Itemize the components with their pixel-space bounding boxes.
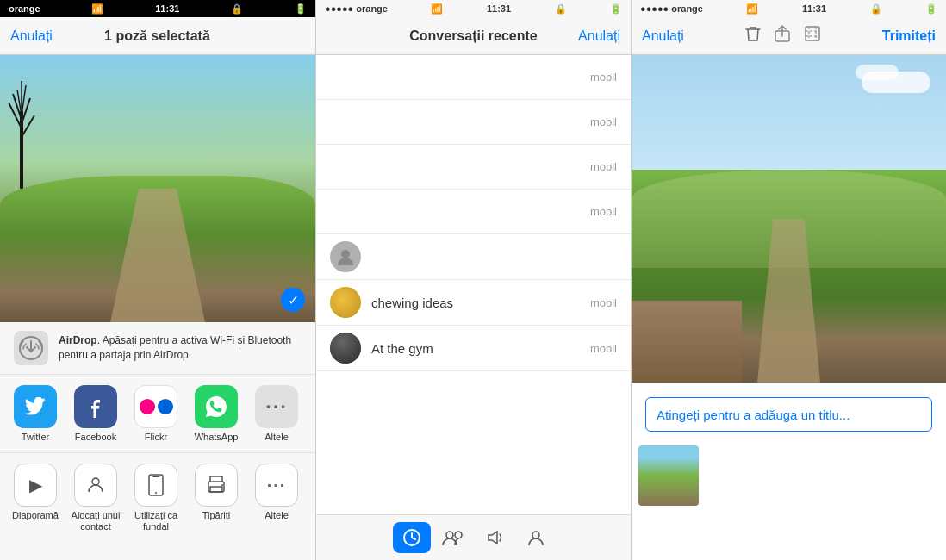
contact-avatar-gym (330, 333, 361, 364)
contact-row-chewing-ideas[interactable]: chewing ideas mobil (316, 280, 631, 326)
person-tab-icon (526, 528, 545, 547)
app-facebook[interactable]: Facebook (69, 385, 122, 442)
carrier-3: ●●●●● orange (640, 3, 703, 14)
contact-row-4[interactable]: mobil (316, 190, 631, 234)
slideshow-icon: ▶ (14, 464, 57, 507)
action-slideshow[interactable]: ▶ Diaporamă (9, 464, 62, 521)
contact-type-1: mobil (590, 71, 617, 84)
photo-edit-background (632, 55, 946, 383)
svg-point-16 (341, 250, 350, 258)
app-more[interactable]: ··· Altele (250, 385, 303, 442)
caption-section: Atingeți pentru a adăuga un titlu... (632, 383, 946, 445)
action-more[interactable]: ··· Altele (250, 464, 303, 521)
lock-icon-1: 🔒 (231, 3, 243, 15)
contact-name-gym: At the gym (371, 341, 590, 356)
nav-bar-1: Anulați 1 poză selectată (0, 17, 315, 55)
whatsapp-label: WhatsApp (195, 432, 239, 442)
whatsapp-svg (204, 395, 228, 419)
nav-title-2: Conversații recente (409, 28, 538, 44)
battery-2: 🔋 (610, 3, 622, 15)
contact-row-gym[interactable]: At the gym mobil (316, 326, 631, 371)
photo-edit-area (632, 55, 946, 383)
share-section: AirDrop. Apăsați pentru a activa Wi-Fi ș… (0, 322, 315, 560)
nav-bar-2: Conversații recente Anulați (316, 17, 631, 55)
panel-photo-gallery: orange 📶 11:31 🔒 🔋 Anulați 1 poză select… (0, 0, 315, 560)
action-print[interactable]: Tipăriți (190, 464, 243, 521)
contact-type-4: mobil (590, 205, 617, 218)
svg-point-11 (155, 492, 157, 494)
svg-rect-22 (806, 27, 819, 40)
crop-button[interactable] (804, 25, 821, 47)
facebook-f (90, 395, 102, 418)
cancel-button-1[interactable]: Anulați (10, 28, 53, 44)
tab-person[interactable] (517, 522, 555, 553)
airdrop-title: AirDrop (59, 334, 97, 346)
airdrop-icon (14, 331, 48, 365)
wifi-icon-3: 📶 (746, 3, 758, 15)
print-icon (195, 464, 238, 507)
caption-input[interactable]: Atingeți pentru a adăuga un titlu... (645, 397, 932, 432)
clock-icon (402, 528, 421, 547)
photo-background (0, 55, 315, 322)
contact-type-chewing: mobil (590, 296, 617, 309)
print-label: Tipăriți (202, 510, 231, 521)
trash-button[interactable] (745, 25, 761, 47)
contact-row-2[interactable]: mobil (316, 100, 631, 145)
airdrop-svg (17, 334, 45, 362)
photo-thumbnail (638, 445, 699, 506)
cancel-button-2[interactable]: Anulați (578, 28, 620, 44)
svg-point-18 (446, 532, 453, 538)
slideshow-label: Diaporamă (12, 510, 59, 521)
battery-3: 🔋 (925, 3, 937, 15)
person-silhouette-5 (335, 246, 356, 267)
tab-time[interactable] (393, 522, 431, 553)
thumbnail-section (638, 445, 939, 506)
svg-point-19 (455, 532, 462, 538)
svg-point-9 (92, 478, 99, 485)
wallpaper-label: Utilizați ca fundal (129, 510, 183, 532)
wifi-icon-2: 📶 (431, 3, 443, 15)
contact-row-3[interactable]: mobil (316, 145, 631, 190)
airdrop-row[interactable]: AirDrop. Apăsați pentru a activa Wi-Fi ș… (0, 322, 315, 375)
contact-type-gym: mobil (590, 342, 617, 355)
facebook-label: Facebook (75, 432, 116, 442)
contact-name-chewing: chewing ideas (371, 296, 590, 310)
caption-placeholder: Atingeți pentru a adăuga un titlu... (657, 408, 850, 422)
panel-photo-edit: ●●●●● orange 📶 11:31 🔒 🔋 Anulați (631, 0, 946, 560)
contact-row-1[interactable]: mobil (316, 55, 631, 100)
share-button[interactable] (775, 25, 790, 47)
send-button[interactable]: Trimiteți (882, 28, 936, 44)
contact-avatar-5 (330, 241, 361, 272)
group-icon (442, 529, 464, 546)
carrier-1: orange (9, 3, 40, 14)
trash-icon (745, 25, 761, 42)
action-wallpaper[interactable]: Utilizați ca fundal (129, 464, 183, 532)
airdrop-description: AirDrop. Apăsați pentru a activa Wi-Fi ș… (59, 333, 302, 363)
printer-icon (205, 475, 227, 495)
contact-avatar-chewing (330, 287, 361, 318)
twitter-icon (14, 385, 57, 428)
flickr-icon (134, 385, 177, 428)
facebook-icon (74, 385, 117, 428)
cancel-button-3[interactable]: Anulați (642, 28, 684, 44)
tab-group[interactable] (434, 522, 472, 553)
contact-row-5[interactable] (316, 234, 631, 280)
lock-icon-2: 🔒 (555, 3, 567, 15)
status-bar-3: ●●●●● orange 📶 11:31 🔒 🔋 (632, 0, 946, 17)
app-flickr[interactable]: Flickr (129, 385, 183, 442)
app-twitter[interactable]: Twitter (9, 385, 62, 442)
status-bar-1: orange 📶 11:31 🔒 🔋 (0, 0, 315, 17)
whatsapp-icon (195, 385, 238, 428)
crop-icon (804, 25, 821, 42)
contact-type-2: mobil (590, 115, 617, 128)
actions-row: ▶ Diaporamă Alocați unui contact (0, 453, 315, 543)
tree-silhouette (4, 59, 65, 189)
tab-sound[interactable] (476, 522, 513, 553)
nav-bar-3: Anulați (632, 17, 946, 55)
lock-icon-3: 🔒 (870, 3, 882, 15)
app-whatsapp[interactable]: WhatsApp (190, 385, 243, 442)
contact-type-3: mobil (590, 160, 617, 173)
bottom-tabs (316, 514, 631, 560)
twitter-label: Twitter (22, 432, 49, 442)
action-assign-contact[interactable]: Alocați unui contact (69, 464, 122, 532)
